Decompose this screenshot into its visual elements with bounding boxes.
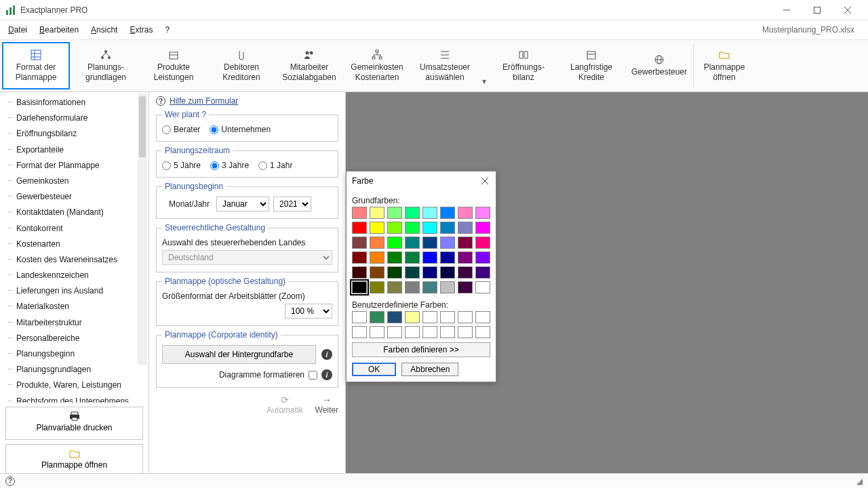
tree-item[interactable]: Kontokorrent [7, 221, 147, 237]
radio-1jahr[interactable]: 1 Jahr [258, 161, 292, 170]
menu-help[interactable]: ? [165, 25, 170, 35]
diagram-checkbox[interactable] [309, 371, 317, 380]
color-swatch[interactable] [422, 222, 437, 234]
ribbon-more[interactable]: ▾ [479, 40, 490, 92]
color-swatch[interactable] [475, 207, 490, 219]
custom-swatch[interactable] [458, 326, 473, 338]
resize-handle-icon[interactable]: ◢ [856, 476, 863, 486]
color-swatch[interactable] [458, 207, 473, 219]
tree-item[interactable]: Darlehensformulare [7, 110, 147, 126]
color-swatch[interactable] [458, 222, 473, 234]
custom-swatch[interactable] [475, 326, 490, 338]
color-swatch[interactable] [440, 251, 455, 264]
color-swatch[interactable] [458, 266, 473, 279]
color-swatch[interactable] [387, 237, 402, 249]
color-swatch[interactable] [458, 281, 473, 293]
zoom-select[interactable]: 100 % [285, 304, 332, 319]
color-swatch[interactable] [405, 222, 420, 234]
ribbon-open[interactable]: Planmappe öffnen [694, 40, 755, 92]
color-swatch[interactable] [387, 251, 402, 264]
color-swatch[interactable] [440, 207, 455, 219]
status-help-icon[interactable]: ? [5, 476, 15, 486]
color-swatch[interactable] [352, 281, 367, 293]
tree-item[interactable]: Basisinformationen [7, 95, 147, 110]
maximize-button[interactable] [802, 0, 832, 20]
tree-item[interactable]: Planungsbeginn [7, 346, 147, 362]
color-swatch[interactable] [405, 281, 420, 293]
menu-edit[interactable]: Bearbeiten [39, 25, 79, 35]
menu-file[interactable]: Datei [8, 25, 27, 35]
open-planmappe-button[interactable]: Planmappe öffnen [5, 444, 143, 477]
color-swatch[interactable] [475, 251, 490, 264]
color-swatch[interactable] [422, 207, 437, 219]
radio-5jahre[interactable]: 5 Jahre [162, 161, 201, 170]
color-swatch[interactable] [475, 266, 490, 279]
ribbon-grundlagen[interactable]: Planungs-grundlagen [72, 40, 140, 92]
info-icon[interactable]: i [321, 349, 332, 360]
color-swatch[interactable] [458, 251, 473, 264]
color-swatch[interactable] [405, 251, 420, 264]
tree-item[interactable]: Kosten des Wareneinsatzes [7, 252, 147, 268]
bg-color-button[interactable]: Auswahl der Hintergrundfarbe [162, 345, 316, 364]
ribbon-mitarbeiter[interactable]: Mitarbeiter Sozialabgaben [275, 40, 343, 92]
color-swatch[interactable] [422, 251, 437, 264]
color-swatch[interactable] [440, 237, 455, 249]
ribbon-kredite[interactable]: Langfristige Kredite [557, 40, 625, 92]
menu-view[interactable]: Ansicht [91, 25, 117, 35]
tree-item[interactable]: Format der Planmappe [7, 158, 147, 174]
color-swatch[interactable] [422, 266, 437, 279]
color-swatch[interactable] [387, 281, 402, 293]
tree-item[interactable]: Materialkosten [7, 299, 147, 314]
nav-weiter[interactable]: →Weiter [315, 394, 338, 415]
custom-swatch[interactable] [475, 311, 490, 323]
country-select[interactable]: Deutschland [162, 250, 332, 265]
color-swatch[interactable] [475, 222, 490, 234]
radio-berater[interactable]: Berater [162, 125, 200, 134]
info-icon[interactable]: i [321, 369, 332, 380]
tree-item[interactable]: Mitarbeiterstruktur [7, 315, 147, 331]
ok-button[interactable]: OK [352, 363, 396, 376]
cancel-button[interactable]: Abbrechen [401, 363, 458, 376]
custom-swatch[interactable] [387, 326, 402, 338]
radio-unternehmen[interactable]: Unternehmen [210, 125, 271, 134]
close-button[interactable] [832, 0, 863, 20]
ribbon-umsatzsteuer[interactable]: Umsatzsteuer auswählen [411, 40, 479, 92]
custom-swatch[interactable] [440, 311, 455, 323]
tree-item[interactable]: Planungsgrundlagen [7, 362, 147, 378]
custom-swatch[interactable] [405, 326, 420, 338]
help-link[interactable]: Hilfe zum Formular [170, 96, 238, 106]
custom-swatch[interactable] [370, 326, 384, 338]
sidebar-scrollbar[interactable] [138, 94, 147, 365]
tree-item[interactable]: Personalbereiche [7, 331, 147, 346]
ribbon-debitoren[interactable]: Debitoren Kreditoren [208, 40, 275, 92]
month-select[interactable]: Januar [216, 197, 269, 211]
color-swatch[interactable] [405, 237, 420, 249]
color-swatch[interactable] [352, 222, 367, 234]
define-colors-button[interactable]: Farben definieren >> [352, 342, 490, 357]
color-swatch[interactable] [422, 237, 437, 249]
color-swatch[interactable] [370, 251, 384, 264]
custom-swatch[interactable] [458, 311, 473, 323]
tree-item[interactable]: Gewerbesteuer [7, 189, 147, 205]
tree-item[interactable]: Kontaktdaten (Mandant) [7, 205, 147, 220]
menu-extras[interactable]: Extras [130, 25, 153, 35]
color-swatch[interactable] [370, 237, 384, 249]
tree-item[interactable]: Kostenarten [7, 237, 147, 252]
color-swatch[interactable] [422, 281, 437, 293]
tree-item[interactable]: Produkte, Waren, Leistungen [7, 378, 147, 393]
minimize-button[interactable] [771, 0, 802, 20]
color-swatch[interactable] [405, 266, 420, 279]
tree-item[interactable]: Lieferungen ins Ausland [7, 283, 147, 299]
ribbon-gemeinkosten[interactable]: Gemeinkosten Kostenarten [343, 40, 411, 92]
ribbon-format[interactable]: Format der Planmappe [2, 42, 70, 89]
color-swatch[interactable] [352, 251, 367, 264]
tree-item[interactable]: Landeskennzeichen [7, 268, 147, 283]
ribbon-gewerbe[interactable]: Gewerbesteuer [625, 40, 693, 92]
ribbon-produkte[interactable]: Produkte Leistungen [140, 40, 208, 92]
color-swatch[interactable] [458, 237, 473, 249]
custom-swatch[interactable] [387, 311, 402, 323]
color-swatch[interactable] [352, 207, 367, 219]
color-swatch[interactable] [370, 222, 384, 234]
print-variables-button[interactable]: Planvariable drucken [5, 407, 143, 440]
custom-swatch[interactable] [422, 326, 437, 338]
